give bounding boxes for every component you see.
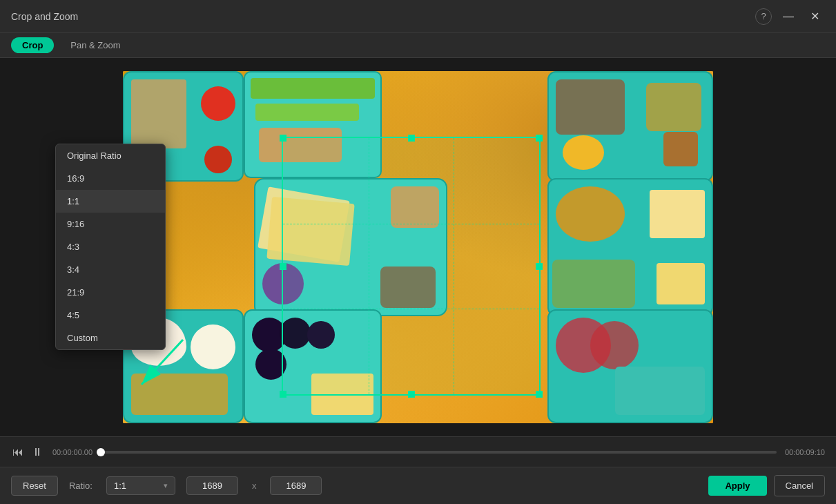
- title-bar-left: Crop and Zoom: [11, 11, 78, 22]
- ratio-item-4-5[interactable]: 4:5: [56, 304, 165, 327]
- lunchbox-top-right: [547, 71, 713, 182]
- width-input[interactable]: [186, 476, 238, 495]
- timeline-bar: ⏮ ⏸ 00:00:00.00 00:00:09:10: [0, 436, 836, 467]
- lunchbox-right: [547, 178, 713, 316]
- ratio-item-9-16[interactable]: 9:16: [56, 213, 165, 235]
- video-preview: [123, 71, 713, 423]
- reset-button[interactable]: Reset: [11, 476, 58, 496]
- title-bar: Crop and Zoom ? — ✕: [0, 0, 836, 33]
- preview-area: Original Ratio 16:9 1:1 9:16 4:3 3:4 21:…: [0, 58, 836, 436]
- current-time: 00:00:00.00: [52, 448, 93, 456]
- window-title: Crop and Zoom: [11, 11, 78, 22]
- lunchbox-bottom-right: [547, 309, 713, 423]
- help-button[interactable]: ?: [755, 8, 772, 25]
- minimize-button[interactable]: —: [777, 8, 799, 26]
- ratio-item-custom[interactable]: Custom: [56, 327, 165, 349]
- bottom-right: Apply Cancel: [708, 475, 825, 496]
- tab-crop[interactable]: Crop: [11, 37, 54, 53]
- cancel-button[interactable]: Cancel: [774, 475, 825, 496]
- skip-back-button[interactable]: ⏮: [11, 445, 25, 460]
- ratio-select-value: 1:1: [114, 481, 126, 491]
- ratio-item-4-3[interactable]: 4:3: [56, 235, 165, 258]
- tab-pan-zoom[interactable]: Pan & Zoom: [59, 37, 131, 53]
- timeline-track[interactable]: [101, 451, 777, 454]
- ratio-select[interactable]: 1:1 ▾: [106, 476, 175, 495]
- ratio-item-16-9[interactable]: 16:9: [56, 167, 165, 190]
- title-bar-right: ? — ✕: [755, 7, 825, 26]
- dimension-x-separator: x: [252, 481, 257, 491]
- tab-bar: Crop Pan & Zoom: [0, 33, 836, 58]
- ratio-item-21-9[interactable]: 21:9: [56, 281, 165, 304]
- apply-button[interactable]: Apply: [708, 476, 766, 496]
- dark-panel-right: [710, 58, 836, 436]
- main-content: Original Ratio 16:9 1:1 9:16 4:3 3:4 21:…: [0, 58, 836, 504]
- lunchbox-bottom-center: [244, 309, 382, 423]
- timeline-controls: ⏮ ⏸: [11, 445, 44, 460]
- lunchbox-center: [254, 178, 447, 316]
- ratio-label: Ratio:: [69, 481, 93, 491]
- play-pause-button[interactable]: ⏸: [30, 445, 44, 460]
- chevron-down-icon: ▾: [164, 481, 168, 490]
- timeline-thumb[interactable]: [97, 448, 105, 456]
- ratio-dropdown: Original Ratio 16:9 1:1 9:16 4:3 3:4 21:…: [55, 144, 166, 350]
- bottom-controls: Reset Ratio: 1:1 ▾ x Apply Cancel: [0, 467, 836, 504]
- lunchbox-top-center: [244, 71, 382, 178]
- ratio-item-original[interactable]: Original Ratio: [56, 144, 165, 167]
- ratio-item-3-4[interactable]: 3:4: [56, 258, 165, 281]
- bottom-left: Reset Ratio: 1:1 ▾ x: [11, 476, 322, 496]
- height-input[interactable]: [270, 476, 322, 495]
- crop-zoom-window: Crop and Zoom ? — ✕ Crop Pan & Zoom: [0, 0, 836, 504]
- ratio-item-1-1[interactable]: 1:1: [56, 190, 165, 213]
- total-time: 00:00:09:10: [785, 448, 825, 456]
- close-button[interactable]: ✕: [805, 7, 825, 26]
